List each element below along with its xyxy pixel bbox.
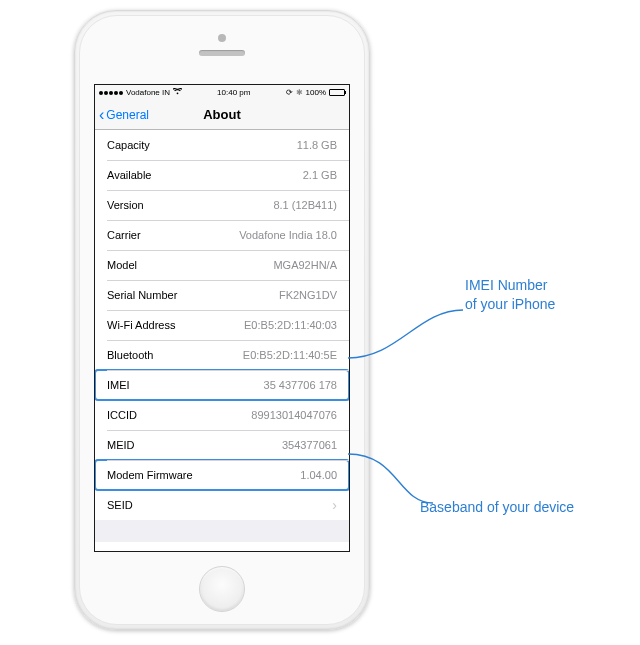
value-imei: 35 437706 178 [264, 379, 337, 391]
about-list[interactable]: Capacity 11.8 GB Available 2.1 GB Versio… [95, 130, 349, 551]
earpiece [199, 50, 245, 56]
value-iccid: 89913014047076 [251, 409, 337, 421]
status-carrier: Vodafone IN [126, 88, 170, 97]
status-bar: Vodafone IN 10:40 pm ⟳ ✱ 100% [95, 85, 349, 100]
rotation-lock-icon: ⟳ [286, 88, 293, 97]
label-version: Version [107, 199, 144, 211]
chevron-right-icon: › [332, 497, 337, 513]
label-capacity: Capacity [107, 139, 150, 151]
value-bluetooth: E0:B5:2D:11:40:5E [243, 349, 337, 361]
label-model: Model [107, 259, 137, 271]
row-serial: Serial Number FK2NG1DV [95, 280, 349, 310]
bluetooth-icon: ✱ [296, 88, 303, 97]
value-meid: 354377061 [282, 439, 337, 451]
value-available: 2.1 GB [303, 169, 337, 181]
back-label: General [106, 108, 149, 122]
row-wifi: Wi-Fi Address E0:B5:2D:11:40:03 [95, 310, 349, 340]
back-button[interactable]: ‹ General [99, 100, 149, 129]
row-model: Model MGA92HN/A [95, 250, 349, 280]
status-time: 10:40 pm [217, 88, 250, 97]
phone-frame: Vodafone IN 10:40 pm ⟳ ✱ 100% ‹ General [74, 10, 370, 630]
front-camera [218, 34, 226, 42]
label-meid: MEID [107, 439, 135, 451]
value-wifi: E0:B5:2D:11:40:03 [244, 319, 337, 331]
annotation-imei: IMEI Number of your iPhone [465, 276, 555, 314]
row-version: Version 8.1 (12B411) [95, 190, 349, 220]
value-modem: 1.04.00 [300, 469, 337, 481]
wifi-icon [173, 88, 182, 97]
label-modem: Modem Firmware [107, 469, 193, 481]
label-serial: Serial Number [107, 289, 177, 301]
row-meid: MEID 354377061 [95, 430, 349, 460]
chevron-left-icon: ‹ [99, 107, 104, 123]
row-seid[interactable]: SEID › [95, 490, 349, 520]
nav-bar: ‹ General About [95, 100, 349, 130]
battery-percent: 100% [306, 88, 326, 97]
row-legal[interactable]: Legal › [95, 542, 349, 551]
value-model: MGA92HN/A [273, 259, 337, 271]
row-available: Available 2.1 GB [95, 160, 349, 190]
battery-icon [329, 89, 345, 96]
screen: Vodafone IN 10:40 pm ⟳ ✱ 100% ‹ General [94, 84, 350, 552]
home-button[interactable] [199, 566, 245, 612]
label-available: Available [107, 169, 151, 181]
row-capacity: Capacity 11.8 GB [95, 130, 349, 160]
label-bluetooth: Bluetooth [107, 349, 153, 361]
value-capacity: 11.8 GB [297, 139, 337, 151]
row-carrier: Carrier Vodafone India 18.0 [95, 220, 349, 250]
chevron-right-icon: › [332, 549, 337, 551]
row-modem-firmware: Modem Firmware 1.04.00 [95, 460, 349, 490]
label-iccid: ICCID [107, 409, 137, 421]
value-serial: FK2NG1DV [279, 289, 337, 301]
value-version: 8.1 (12B411) [273, 199, 337, 211]
page-title: About [203, 107, 241, 122]
row-iccid: ICCID 89913014047076 [95, 400, 349, 430]
row-imei: IMEI 35 437706 178 [95, 370, 349, 400]
label-wifi: Wi-Fi Address [107, 319, 175, 331]
value-carrier: Vodafone India 18.0 [239, 229, 337, 241]
row-bluetooth: Bluetooth E0:B5:2D:11:40:5E [95, 340, 349, 370]
signal-strength-icon [99, 91, 123, 95]
label-seid: SEID [107, 499, 133, 511]
label-imei: IMEI [107, 379, 130, 391]
phone-bezel: Vodafone IN 10:40 pm ⟳ ✱ 100% ‹ General [79, 15, 365, 625]
annotation-baseband: Baseband of your device [420, 498, 574, 517]
label-carrier: Carrier [107, 229, 141, 241]
